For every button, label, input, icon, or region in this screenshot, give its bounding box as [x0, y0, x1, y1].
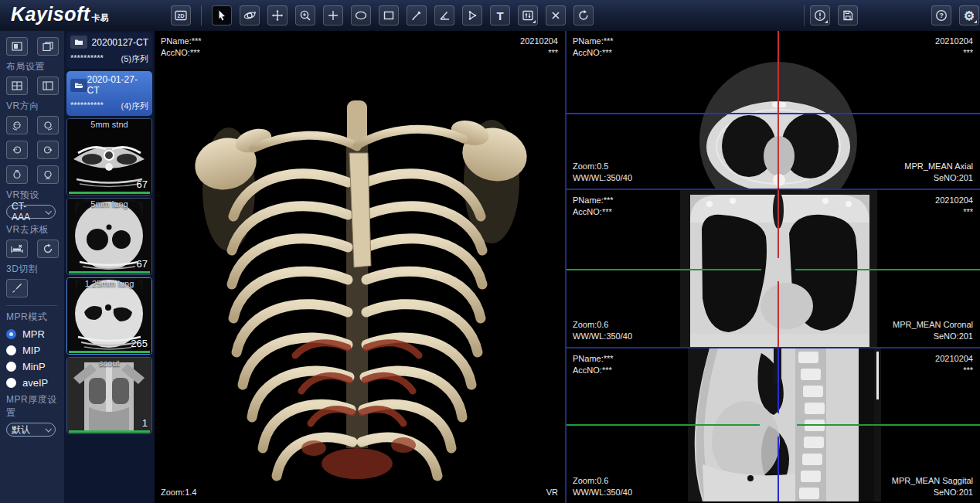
- toolbar-main-group: 2D: [171, 5, 594, 25]
- series-thumbnail-5mm-stnd[interactable]: 5mm stnd 67: [66, 118, 152, 195]
- mpr-mode-option-minp[interactable]: MinP: [6, 361, 64, 372]
- layout-stack-icon: [43, 42, 53, 51]
- mpr-mode-option-mpr[interactable]: MPR: [6, 328, 64, 340]
- thumbnail-label: 5mm stnd: [67, 120, 151, 129]
- layout-left-main-button[interactable]: [37, 76, 59, 95]
- thumbnail-image-count: 67: [137, 178, 148, 190]
- vr-direction-label: VR方向: [6, 100, 64, 113]
- thumbnail-label: scout: [67, 359, 151, 368]
- pointer-tool-button[interactable]: [212, 5, 232, 25]
- layout-2d-button[interactable]: 2D: [171, 5, 191, 25]
- vr-orient-inferior-button[interactable]: [37, 165, 59, 184]
- viewport-vertical-separator: [565, 31, 567, 503]
- layout-left-main-icon: [43, 81, 53, 90]
- rect-roi-button[interactable]: [379, 5, 399, 25]
- save-floppy-icon: [842, 9, 854, 22]
- mpr-thickness-label: MPR厚度设置: [6, 393, 64, 420]
- rotate-3d-icon: [243, 8, 257, 22]
- sagittal-mpr-viewport[interactable]: PName:***AccNO:*** 20210204*** Zoom:0.6W…: [567, 348, 980, 503]
- radio-icon: [6, 362, 16, 372]
- chevron-down-icon: [46, 208, 52, 214]
- vr-preset-select[interactable]: CT-AAA: [6, 205, 56, 219]
- vr-orient-superior-button[interactable]: [6, 165, 28, 184]
- mpr-mode-label: MPR模式: [6, 311, 64, 324]
- mpr-mode-option-label: MPR: [22, 328, 45, 340]
- mpr-mode-option-label: MinP: [22, 361, 46, 372]
- study-series-count: (5)序列: [121, 53, 148, 65]
- head-anterior-icon: [12, 120, 22, 131]
- crosshair-localizer-button[interactable]: [323, 5, 343, 25]
- scalpel-button[interactable]: [6, 279, 28, 297]
- series-thumbnail-5mm-lung[interactable]: 5mm lung 67: [66, 198, 152, 275]
- rotate-3d-tool-button[interactable]: [240, 5, 260, 25]
- svg-text:?: ?: [939, 12, 943, 19]
- head-superior-icon: [12, 169, 22, 180]
- cobb-angle-button[interactable]: [462, 5, 482, 25]
- vr-orient-posterior-button[interactable]: [37, 116, 59, 134]
- zoom-in-icon: [299, 9, 311, 22]
- bed-removal-label: VR去床板: [6, 223, 64, 236]
- length-measure-button[interactable]: [407, 5, 427, 25]
- ellipse-roi-button[interactable]: [351, 5, 371, 25]
- report-button[interactable]: [810, 5, 830, 25]
- cobb-angle-icon: [466, 9, 478, 22]
- thumbnail-label: 1.25mm lung: [67, 279, 151, 288]
- study-title: 20200127-CT: [92, 37, 148, 48]
- folder-open-icon: [70, 79, 87, 92]
- reset-icon: [43, 243, 53, 254]
- delete-annotation-button[interactable]: [546, 5, 566, 25]
- svg-text:2D: 2D: [178, 13, 185, 19]
- save-button[interactable]: [838, 5, 858, 25]
- length-measure-icon: [410, 9, 423, 22]
- mpr-thickness-select[interactable]: 默认: [6, 423, 56, 437]
- vr-viewport[interactable]: PName:***AccNO:*** 20210204*** Zoom:1.4 …: [155, 31, 565, 503]
- reset-icon: [577, 9, 590, 22]
- sidebar-divider: [6, 305, 57, 306]
- mpr-mode-option-aveip[interactable]: aveIP: [6, 377, 64, 389]
- axial-mpr-viewport[interactable]: PName:***AccNO:*** 20210204*** Zoom:0.5W…: [567, 31, 980, 190]
- grid-2x2-icon: [12, 81, 22, 90]
- layout-single-button[interactable]: [6, 37, 28, 56]
- layout-single-icon: [12, 42, 22, 51]
- mpr-mode-option-mip[interactable]: MIP: [6, 345, 64, 356]
- pan-tool-button[interactable]: [267, 5, 288, 25]
- layout-grid-2x2-button[interactable]: [6, 76, 28, 95]
- axial-ct-image: [567, 31, 980, 189]
- logo-text: Kayisoft: [11, 3, 90, 25]
- coronal-mpr-viewport[interactable]: PName:***AccNO:*** 20210204*** Zoom:0.6W…: [567, 190, 980, 348]
- folder-icon: [70, 36, 87, 49]
- crosshair-icon: [327, 9, 339, 22]
- layout-stack-button[interactable]: [37, 37, 59, 56]
- app-logo: Kayisoft卡易: [11, 3, 109, 25]
- vr-orient-anterior-button[interactable]: [6, 116, 28, 134]
- study-item-1[interactable]: 20200127-CT ********** (5)序列: [66, 32, 152, 69]
- reset-view-button[interactable]: [573, 5, 594, 25]
- coronal-ct-image: [567, 190, 980, 347]
- scout-thumbnail-image: [67, 358, 151, 433]
- vr-orient-left-button[interactable]: [6, 141, 28, 159]
- rect-roi-icon: [383, 9, 395, 22]
- text-annotation-button[interactable]: T: [490, 5, 510, 25]
- layout-2d-icon: 2D: [174, 8, 188, 22]
- window-level-button[interactable]: [518, 5, 538, 25]
- series-thumbnail-scout[interactable]: scout 1: [66, 357, 152, 434]
- angle-measure-button[interactable]: [434, 5, 454, 25]
- thumbnail-progress-bar: [69, 351, 150, 353]
- bed-reset-button[interactable]: [37, 240, 59, 258]
- zoom-in-tool-button[interactable]: [295, 5, 315, 25]
- study-item-2-selected[interactable]: 2020-01-27-CT ********** (4)序列: [66, 71, 152, 116]
- radio-icon: [6, 378, 16, 388]
- remove-bed-button[interactable]: [6, 240, 28, 258]
- pointer-icon: [216, 9, 228, 22]
- logo-suffix: 卡易: [92, 13, 109, 22]
- settings-button[interactable]: ⚙: [959, 5, 979, 25]
- head-posterior-icon: [43, 120, 53, 131]
- chevron-down-icon: [45, 426, 51, 432]
- study-patient-id: **********: [70, 53, 104, 65]
- app-window: Kayisoft卡易 2D: [0, 0, 980, 503]
- help-button[interactable]: ?: [931, 5, 951, 25]
- ellipse-roi-icon: [354, 9, 368, 22]
- series-thumbnail-1-25mm-lung-selected[interactable]: 1.25mm lung 265: [66, 277, 152, 355]
- thumbnail-image-count: 67: [137, 258, 148, 270]
- vr-orient-right-button[interactable]: [37, 141, 59, 159]
